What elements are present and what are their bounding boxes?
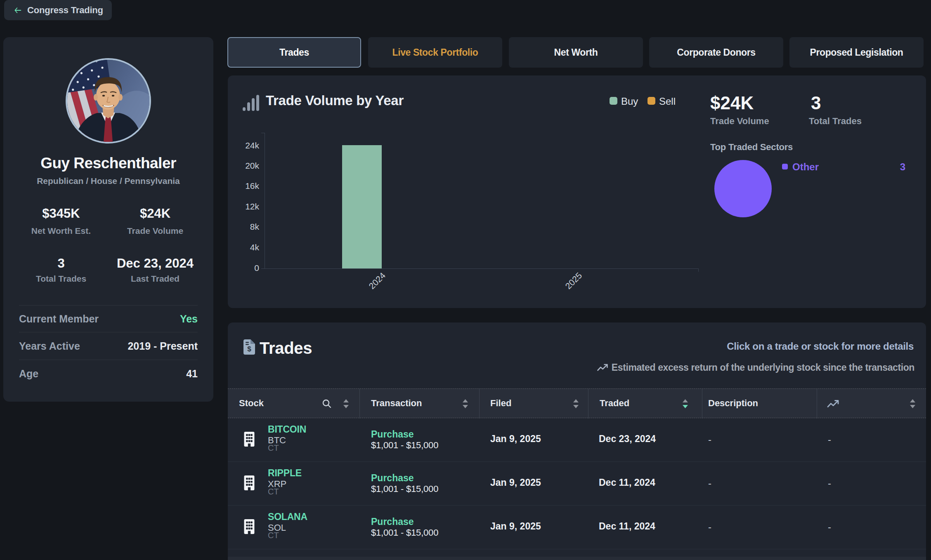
- svg-text:$: $: [247, 345, 251, 353]
